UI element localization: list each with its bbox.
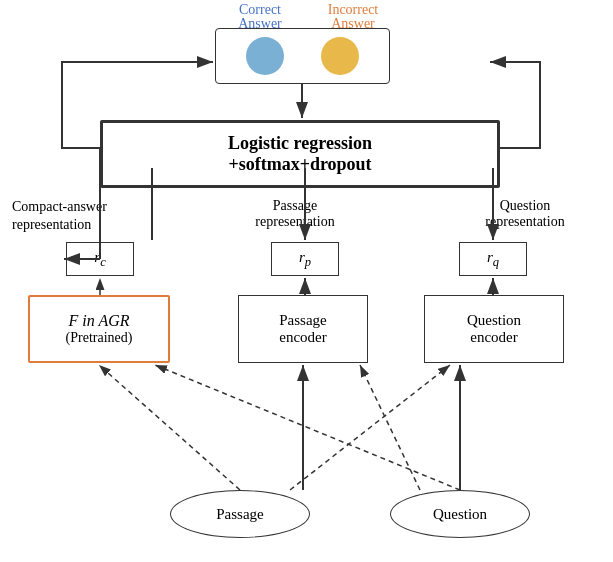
rp-box: rp — [271, 242, 339, 276]
agr-sub-text: (Pretrained) — [66, 330, 133, 346]
rc-label: rc — [94, 249, 105, 270]
passage-ellipse-label: Passage — [216, 506, 264, 523]
passage-encoder-label1: Passage — [279, 312, 327, 329]
agr-box: F in AGR (Pretrained) — [28, 295, 170, 363]
rq-label: rq — [487, 249, 499, 270]
rp-label: rp — [299, 249, 311, 270]
svg-line-16 — [155, 365, 460, 490]
rq-box: rq — [459, 242, 527, 276]
logistic-sub-text: +softmax+dropout — [119, 154, 481, 175]
logistic-regression-box: Logistic regression +softmax+dropout — [100, 120, 500, 188]
compact-answer-label: Compact-answer representation — [12, 198, 112, 234]
question-ellipse: Question — [390, 490, 530, 538]
svg-line-18 — [360, 365, 420, 490]
agr-main-text: F in AGR — [68, 312, 129, 330]
arrows-svg — [0, 0, 613, 562]
question-rep-label: Question representation — [470, 198, 580, 230]
passage-encoder-label2: encoder — [279, 329, 326, 346]
correct-circle — [246, 37, 284, 75]
question-encoder-label2: encoder — [470, 329, 517, 346]
rc-box: rc — [66, 242, 134, 276]
svg-line-17 — [290, 365, 450, 490]
rq-subscript: q — [493, 255, 499, 269]
passage-ellipse: Passage — [170, 490, 310, 538]
incorrect-circle — [321, 37, 359, 75]
output-box — [215, 28, 390, 84]
passage-rep-label: Passage representation — [240, 198, 350, 230]
diagram-container: Correct Incorrect Answer Answer Logistic… — [0, 0, 613, 562]
logistic-main-text: Logistic regression — [119, 133, 481, 154]
passage-encoder-box: Passage encoder — [238, 295, 368, 363]
question-ellipse-label: Question — [433, 506, 487, 523]
rp-subscript: p — [305, 255, 311, 269]
svg-line-15 — [99, 365, 240, 490]
question-encoder-box: Question encoder — [424, 295, 564, 363]
question-encoder-label1: Question — [467, 312, 521, 329]
rc-subscript: c — [100, 255, 106, 269]
